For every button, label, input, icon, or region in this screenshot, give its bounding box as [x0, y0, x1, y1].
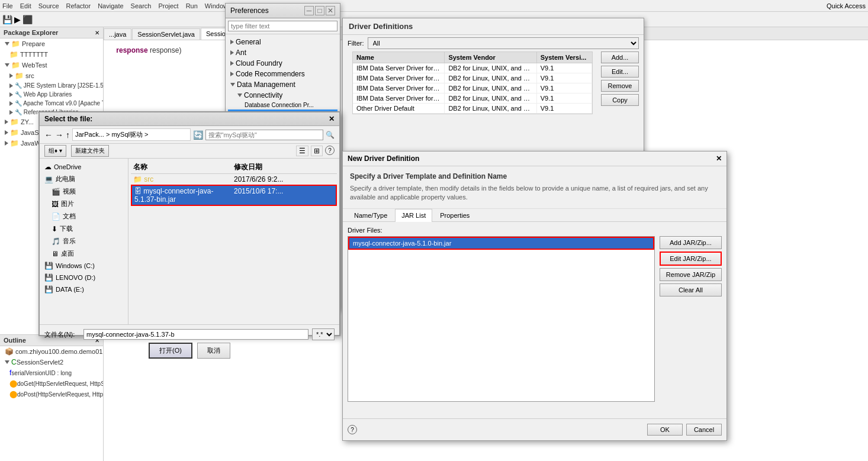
editor-tab-session1[interactable]: SessionServlet.java [132, 28, 200, 40]
preferences-filter-input[interactable] [228, 21, 337, 31]
nav-item-lenovo[interactable]: 💾LENOVO (D:) [42, 272, 126, 283]
menu-file[interactable]: File [2, 2, 13, 9]
search-icon[interactable]: 🔍 [326, 131, 335, 139]
preferences-minimize[interactable]: ─ [304, 6, 314, 15]
add-jar-button[interactable]: Add JAR/Zip... [660, 236, 722, 249]
help-icon[interactable]: ? [348, 425, 357, 434]
cancel-button[interactable]: Cancel [686, 424, 722, 436]
back-icon[interactable]: ← [44, 130, 53, 140]
view-icon-1[interactable]: ☰ [296, 146, 308, 156]
nav-item-video[interactable]: 🎬视频 [42, 185, 126, 198]
new-folder-button[interactable]: 新建文件夹 [71, 145, 109, 157]
pref-item-code[interactable]: Code Recommenders [228, 69, 337, 79]
new-driver-close[interactable]: ✕ [716, 154, 722, 163]
driver-filter-area: Filter: All [343, 35, 644, 51]
up-icon[interactable]: ↑ [66, 130, 70, 140]
driver-row-4[interactable]: IBM Data Server Driver for JD... DB2 for… [353, 94, 592, 104]
outline-title: Outline [4, 337, 26, 344]
toolbar-icon-1[interactable]: 💾 [2, 15, 12, 24]
preferences-close[interactable]: ✕ [326, 6, 335, 15]
nav-item-windows[interactable]: 💾Windows (C:) [42, 260, 126, 272]
tab-properties[interactable]: Properties [433, 209, 476, 221]
file-item-src[interactable]: 📁 src 2017/6/26 9:2... [131, 174, 337, 185]
file-dialog-close[interactable]: ✕ [329, 115, 335, 123]
search-input[interactable] [205, 130, 324, 140]
file-item-mysql-jar[interactable]: 🗄 mysql-connector-java-5.1.37-bin.jar 20… [131, 185, 337, 206]
file-list-header: 名称 修改日期 [131, 161, 337, 174]
nav-item-downloads[interactable]: ⬇下载 [42, 223, 126, 235]
driver-row-2[interactable]: IBM Data Server Driver for JD... DB2 for… [353, 73, 592, 83]
menu-run[interactable]: Run [186, 2, 198, 9]
file-date-src: 2017/6/26 9:2... [234, 175, 335, 183]
tree-item-jre[interactable]: 🔧 JRE System Library [J2SE-1.5] [0, 81, 103, 90]
nav-item-computer[interactable]: 💻此电脑 [42, 173, 126, 185]
help-button-file[interactable]: ? [325, 146, 335, 155]
edit-driver-button[interactable]: Edit... [601, 66, 639, 78]
tab-jar-list[interactable]: JAR List [395, 209, 432, 222]
refresh-icon[interactable]: 🔄 [193, 130, 203, 140]
preferences-maximize[interactable]: □ [315, 6, 324, 15]
outline-method-dopost[interactable]: ⬤ doPost(HttpServletRequest, HttpServlet… [0, 389, 103, 399]
menu-source[interactable]: Source [38, 2, 59, 9]
tree-item-webtest[interactable]: 📁WebTest [0, 60, 103, 70]
add-driver-button[interactable]: Add... [601, 51, 639, 63]
ok-button[interactable]: OK [647, 424, 683, 436]
col-name-header: 名称 [133, 162, 234, 172]
view-icon-2[interactable]: ⊞ [311, 146, 323, 156]
outline-method-doget[interactable]: ⬤ doGet(HttpServletRequest, HttpServletR… [0, 378, 103, 389]
open-button[interactable]: 打开(O) [149, 343, 192, 359]
clear-all-button[interactable]: Clear All [660, 283, 722, 296]
nav-item-onedrive[interactable]: ☁OneDrive [42, 161, 126, 173]
driver-row-5[interactable]: Other Driver Default DB2 for Linux, UNIX… [353, 104, 592, 114]
edit-jar-button[interactable]: Edit JAR/Zip... [660, 252, 722, 266]
driver-row-1[interactable]: IBM Data Server Driver for JD... DB2 for… [353, 63, 592, 73]
pref-item-dbconn[interactable]: Database Connection Pr... [228, 101, 337, 109]
organize-button[interactable]: 组♦ ▾ [44, 145, 66, 157]
driver-file-item-mysql[interactable]: mysql-connector-java-5.1.0-bin.jar [348, 237, 654, 250]
driver-files-list: mysql-connector-java-5.1.0-bin.jar [348, 236, 655, 402]
menu-search[interactable]: Search [131, 2, 152, 9]
tab-name-type[interactable]: Name/Type [348, 209, 394, 221]
pref-item-data[interactable]: Data Management [228, 79, 337, 90]
tree-item-webapp-libs[interactable]: 🔧 Web App Libraries [0, 90, 103, 99]
menu-edit[interactable]: Edit [20, 2, 31, 9]
forward-icon[interactable]: → [55, 130, 63, 140]
pref-item-ant[interactable]: Ant [228, 47, 337, 58]
nav-item-music[interactable]: 🎵音乐 [42, 235, 126, 247]
nav-item-data[interactable]: 💾DATA (E:) [42, 283, 126, 295]
filename-input[interactable] [83, 329, 308, 340]
menu-refactor[interactable]: Refactor [66, 2, 91, 9]
filter-select[interactable]: All [368, 37, 639, 49]
tree-item-src[interactable]: 📁src [0, 70, 103, 81]
pref-item-connectivity[interactable]: Connectivity [228, 90, 337, 101]
new-driver-heading: Specify a Driver Template and Definition… [350, 172, 719, 180]
menu-navigate[interactable]: Navigate [98, 2, 123, 9]
nav-item-documents[interactable]: 📄文档 [42, 210, 126, 223]
file-dialog-title: Select the file: ✕ [40, 112, 339, 126]
tree-item-tomcat[interactable]: 🔧 Apache Tomcat v9.0 [Apache Tomcat v9.0… [0, 99, 103, 108]
tree-item-ttttttt[interactable]: 📁TTTTTTT [0, 49, 103, 60]
package-explorer-title: Package Explorer [4, 29, 58, 36]
pref-item-cloud[interactable]: Cloud Foundry [228, 58, 337, 69]
nav-item-pictures[interactable]: 🖼图片 [42, 198, 126, 210]
preferences-tree: General Ant Cloud Foundry Code Recommend… [226, 34, 340, 122]
package-explorer-close[interactable]: ✕ [95, 30, 99, 36]
toolbar-icon-3[interactable]: ⬛ [22, 15, 33, 24]
package-explorer-header: Package Explorer ✕ [0, 27, 103, 38]
filetype-select[interactable]: *.* [312, 328, 335, 340]
remove-jar-button[interactable]: Remove JAR/Zip [660, 268, 722, 281]
copy-driver-button[interactable]: Copy [601, 94, 639, 106]
remove-driver-button[interactable]: Remove [601, 80, 639, 92]
editor-tab-java1[interactable]: ...java [104, 28, 131, 40]
file-dialog-title-text: Select the file: [44, 115, 92, 123]
nav-item-desktop[interactable]: 🖥桌面 [42, 247, 126, 260]
cancel-file-button[interactable]: 取消 [197, 343, 230, 359]
tree-item-prepare[interactable]: 📁Prepare [0, 38, 103, 49]
driver-row-3[interactable]: IBM Data Server Driver for JD... DB2 for… [353, 83, 592, 94]
menu-project[interactable]: Project [158, 2, 178, 9]
outline-field[interactable]: f serialVersionUID : long [0, 367, 103, 378]
toolbar-icon-2[interactable]: ▶ [14, 15, 21, 24]
downloads-icon: ⬇ [52, 225, 57, 233]
pref-item-general[interactable]: General [228, 37, 337, 47]
quick-access[interactable]: Quick Access [827, 2, 866, 9]
